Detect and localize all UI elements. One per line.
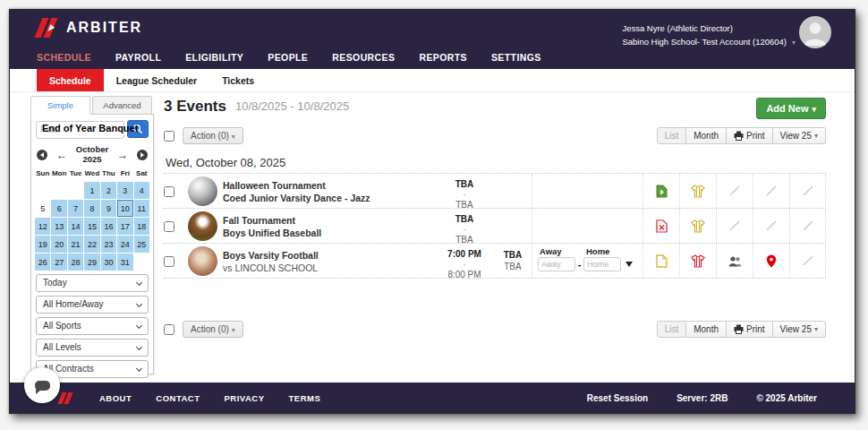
calendar-day-17[interactable]: 17 [117,218,132,235]
view-count-button[interactable]: View 25▾ [773,321,826,338]
calendar-day-20[interactable]: 20 [51,236,66,253]
event-title[interactable]: Halloween Tournament [223,179,435,192]
add-new-button[interactable]: Add New▾ [756,98,826,119]
calendar-day-8[interactable]: 8 [84,200,99,217]
calendar-day-28[interactable]: 28 [68,254,83,271]
tab-advanced[interactable]: Advanced [92,96,152,115]
calendar-day-22[interactable]: 22 [84,236,99,253]
prev-year-button[interactable] [37,150,47,160]
calendar-day-23[interactable]: 23 [101,236,116,253]
footer-link-about[interactable]: ABOUT [99,393,132,403]
nav-reports[interactable]: REPORTS [419,52,467,63]
calendar-day-12[interactable]: 12 [35,218,50,235]
filter-select-all-sports[interactable]: All Sports [36,317,149,335]
home-score-input[interactable] [583,257,621,271]
calendar-day-31[interactable]: 31 [117,254,132,271]
list-view-button[interactable]: List [657,321,687,338]
calendar-day-29[interactable]: 29 [84,254,99,271]
calendar-day-27[interactable]: 27 [51,254,66,271]
notes-icon[interactable] [642,244,679,278]
calendar-day-10[interactable]: 10 [117,200,132,217]
calendar-day-25[interactable]: 25 [134,236,149,253]
event-checkbox[interactable] [164,186,174,197]
event-subtitle[interactable]: Boys Unified Baseball [223,227,435,239]
next-year-button[interactable] [137,150,148,160]
score-dropdown-caret-icon[interactable] [625,262,633,267]
event-title[interactable]: Fall Tournament [223,214,435,227]
event-checkbox[interactable] [164,221,174,232]
away-score-input[interactable] [538,257,575,271]
month-view-button[interactable]: Month [686,127,727,144]
event-title[interactable]: Boys Varsity Football [223,249,435,262]
calendar-day-11[interactable]: 11 [134,200,149,217]
action-button[interactable]: Action (0)▾ [183,127,243,144]
contract-approved-icon[interactable] [642,174,679,208]
print-button[interactable]: Print [727,321,773,338]
footer-link-contact[interactable]: CONTACT [156,393,200,403]
location-pin-icon[interactable] [753,244,789,278]
tab-league-scheduler[interactable]: League Scheduler [104,69,209,91]
uniform-icon[interactable] [679,244,716,278]
calendar-day-7[interactable]: 7 [68,200,83,217]
view-count-button[interactable]: View 25▾ [773,127,826,144]
event-subtitle[interactable]: Coed Junior Varsity Dance - Jazz [223,192,435,204]
calendar-day-26[interactable]: 26 [35,254,50,271]
calendar-day-6[interactable]: 6 [51,200,66,217]
calendar-weekday: Sat [134,167,149,181]
avatar[interactable] [799,16,831,48]
calendar-day-14[interactable]: 14 [68,218,83,235]
officials-icon[interactable] [716,244,753,278]
filter-select-all-home-away[interactable]: All Home/Away [36,296,149,314]
calendar-day-18[interactable]: 18 [134,218,149,235]
print-button[interactable]: Print [727,127,773,144]
action-button[interactable]: Action (0)▾ [183,321,243,338]
filter-select-today[interactable]: Today [36,274,149,292]
reset-session-link[interactable]: Reset Session [587,393,648,403]
chat-button[interactable] [24,367,60,403]
nav-resources[interactable]: RESOURCES [332,52,395,63]
calendar-day-24[interactable]: 24 [117,236,132,253]
footer-link-terms[interactable]: TERMS [289,393,321,403]
nav-settings[interactable]: SETTINGS [491,52,541,63]
calendar-day-19[interactable]: 19 [35,236,50,253]
nav-eligibility[interactable]: ELIGIBILITY [185,52,243,63]
calendar-weekday: Mon [51,167,66,181]
calendar-day-5[interactable]: 5 [35,200,50,217]
calendar-day-21[interactable]: 21 [68,236,83,253]
calendar-day-16[interactable]: 16 [101,218,116,235]
tab-tickets[interactable]: Tickets [209,69,267,91]
nav-schedule[interactable]: SCHEDULE [37,52,91,63]
event-opponent[interactable]: vs LINCOLN SCHOOL [223,262,435,274]
calendar-day-3[interactable]: 3 [117,182,132,199]
calendar-day-15[interactable]: 15 [84,218,99,235]
calendar-day-9[interactable]: 9 [101,200,116,217]
nav-people[interactable]: PEOPLE [268,52,308,63]
select-all-checkbox[interactable] [164,131,174,142]
search-input[interactable] [36,121,124,139]
calendar-weekday: Wed [84,167,99,181]
month-view-button[interactable]: Month [686,321,727,338]
calendar-day-4[interactable]: 4 [134,182,149,199]
uniform-icon[interactable] [679,209,716,243]
search-button[interactable] [127,120,149,138]
filter-select-all-levels[interactable]: All Levels [36,339,149,357]
user-info[interactable]: Jessa Nyre (Athletic Director) Sabino Hi… [622,22,787,48]
next-month-button[interactable]: → [117,150,128,160]
calendar-day-1[interactable]: 1 [84,182,99,199]
nav-payroll[interactable]: PAYROLL [115,52,161,63]
tab-schedule[interactable]: Schedule [37,69,104,91]
contract-declined-icon[interactable] [642,209,679,243]
calendar-day-13[interactable]: 13 [51,218,66,235]
calendar-day-30[interactable]: 30 [101,254,116,271]
prev-month-button[interactable]: ← [56,150,67,160]
uniform-icon[interactable] [679,174,716,208]
select-all-checkbox[interactable] [164,324,174,335]
event-checkbox[interactable] [164,256,174,267]
tab-simple[interactable]: Simple [30,96,90,115]
calendar-weekday: Fri [117,167,132,181]
footer-link-privacy[interactable]: PRIVACY [225,393,265,403]
list-view-button[interactable]: List [657,127,687,144]
calendar-day-2[interactable]: 2 [101,182,116,199]
arbiter-logo[interactable]: ARBITER [37,18,142,38]
browser-page: ARBITER SCHEDULEPAYROLLELIGIBILITYPEOPLE… [9,9,855,414]
